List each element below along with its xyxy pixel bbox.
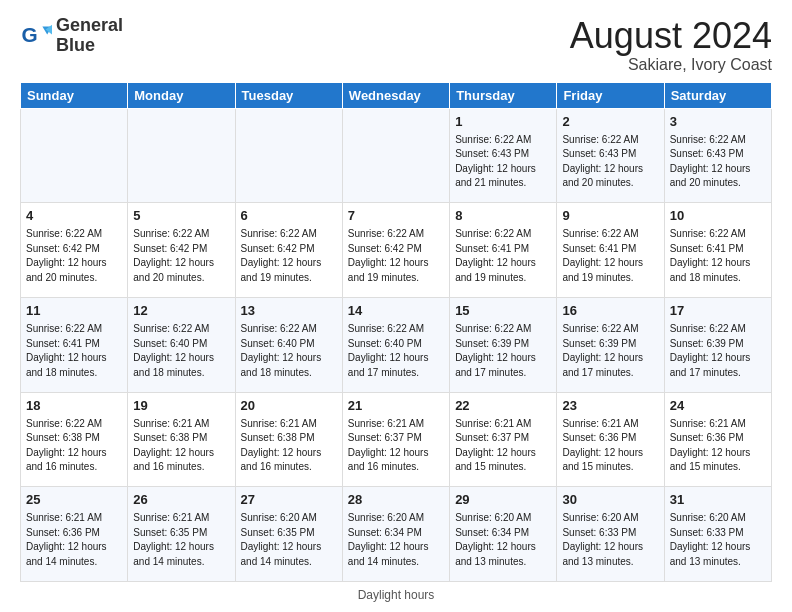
day-cell-25: 25Sunrise: 6:21 AM Sunset: 6:36 PM Dayli… <box>21 487 128 582</box>
header-friday: Friday <box>557 82 664 108</box>
day-cell-empty-3 <box>342 108 449 203</box>
day-cell-8: 8Sunrise: 6:22 AM Sunset: 6:41 PM Daylig… <box>450 203 557 298</box>
day-info: Sunrise: 6:22 AM Sunset: 6:42 PM Dayligh… <box>241 227 337 285</box>
week-row-2: 4Sunrise: 6:22 AM Sunset: 6:42 PM Daylig… <box>21 203 772 298</box>
calendar-subtitle: Sakiare, Ivory Coast <box>570 56 772 74</box>
day-number: 22 <box>455 397 551 415</box>
day-cell-10: 10Sunrise: 6:22 AM Sunset: 6:41 PM Dayli… <box>664 203 771 298</box>
day-info: Sunrise: 6:22 AM Sunset: 6:42 PM Dayligh… <box>26 227 122 285</box>
header-saturday: Saturday <box>664 82 771 108</box>
week-row-5: 25Sunrise: 6:21 AM Sunset: 6:36 PM Dayli… <box>21 487 772 582</box>
day-info: Sunrise: 6:22 AM Sunset: 6:42 PM Dayligh… <box>348 227 444 285</box>
logo-line1: General <box>56 16 123 36</box>
day-cell-7: 7Sunrise: 6:22 AM Sunset: 6:42 PM Daylig… <box>342 203 449 298</box>
day-number: 3 <box>670 113 766 131</box>
day-info: Sunrise: 6:20 AM Sunset: 6:34 PM Dayligh… <box>455 511 551 569</box>
day-number: 28 <box>348 491 444 509</box>
day-info: Sunrise: 6:22 AM Sunset: 6:43 PM Dayligh… <box>455 133 551 191</box>
day-cell-13: 13Sunrise: 6:22 AM Sunset: 6:40 PM Dayli… <box>235 297 342 392</box>
day-cell-14: 14Sunrise: 6:22 AM Sunset: 6:40 PM Dayli… <box>342 297 449 392</box>
header-tuesday: Tuesday <box>235 82 342 108</box>
header-thursday: Thursday <box>450 82 557 108</box>
day-number: 21 <box>348 397 444 415</box>
day-info: Sunrise: 6:21 AM Sunset: 6:37 PM Dayligh… <box>348 417 444 475</box>
day-info: Sunrise: 6:22 AM Sunset: 6:40 PM Dayligh… <box>348 322 444 380</box>
day-cell-27: 27Sunrise: 6:20 AM Sunset: 6:35 PM Dayli… <box>235 487 342 582</box>
day-number: 1 <box>455 113 551 131</box>
header-wednesday: Wednesday <box>342 82 449 108</box>
day-cell-18: 18Sunrise: 6:22 AM Sunset: 6:38 PM Dayli… <box>21 392 128 487</box>
day-cell-11: 11Sunrise: 6:22 AM Sunset: 6:41 PM Dayli… <box>21 297 128 392</box>
day-info: Sunrise: 6:21 AM Sunset: 6:37 PM Dayligh… <box>455 417 551 475</box>
logo: G General Blue <box>20 16 123 56</box>
day-info: Sunrise: 6:22 AM Sunset: 6:41 PM Dayligh… <box>455 227 551 285</box>
title-block: August 2024 Sakiare, Ivory Coast <box>570 16 772 74</box>
day-info: Sunrise: 6:22 AM Sunset: 6:41 PM Dayligh… <box>562 227 658 285</box>
day-info: Sunrise: 6:22 AM Sunset: 6:40 PM Dayligh… <box>241 322 337 380</box>
week-row-3: 11Sunrise: 6:22 AM Sunset: 6:41 PM Dayli… <box>21 297 772 392</box>
day-info: Sunrise: 6:22 AM Sunset: 6:41 PM Dayligh… <box>670 227 766 285</box>
day-cell-empty-2 <box>235 108 342 203</box>
day-number: 10 <box>670 207 766 225</box>
day-number: 29 <box>455 491 551 509</box>
day-number: 2 <box>562 113 658 131</box>
day-cell-16: 16Sunrise: 6:22 AM Sunset: 6:39 PM Dayli… <box>557 297 664 392</box>
day-info: Sunrise: 6:20 AM Sunset: 6:33 PM Dayligh… <box>562 511 658 569</box>
day-number: 14 <box>348 302 444 320</box>
day-cell-31: 31Sunrise: 6:20 AM Sunset: 6:33 PM Dayli… <box>664 487 771 582</box>
day-cell-22: 22Sunrise: 6:21 AM Sunset: 6:37 PM Dayli… <box>450 392 557 487</box>
day-number: 4 <box>26 207 122 225</box>
day-info: Sunrise: 6:22 AM Sunset: 6:43 PM Dayligh… <box>562 133 658 191</box>
day-info: Sunrise: 6:22 AM Sunset: 6:40 PM Dayligh… <box>133 322 229 380</box>
svg-text:G: G <box>22 23 38 46</box>
day-cell-2: 2Sunrise: 6:22 AM Sunset: 6:43 PM Daylig… <box>557 108 664 203</box>
day-info: Sunrise: 6:22 AM Sunset: 6:42 PM Dayligh… <box>133 227 229 285</box>
day-info: Sunrise: 6:22 AM Sunset: 6:39 PM Dayligh… <box>670 322 766 380</box>
day-cell-4: 4Sunrise: 6:22 AM Sunset: 6:42 PM Daylig… <box>21 203 128 298</box>
day-cell-15: 15Sunrise: 6:22 AM Sunset: 6:39 PM Dayli… <box>450 297 557 392</box>
page-header: G General Blue August 2024 Sakiare, Ivor… <box>20 16 772 74</box>
day-info: Sunrise: 6:22 AM Sunset: 6:39 PM Dayligh… <box>455 322 551 380</box>
logo-icon: G <box>20 20 52 52</box>
day-number: 23 <box>562 397 658 415</box>
day-info: Sunrise: 6:22 AM Sunset: 6:39 PM Dayligh… <box>562 322 658 380</box>
day-cell-12: 12Sunrise: 6:22 AM Sunset: 6:40 PM Dayli… <box>128 297 235 392</box>
day-number: 7 <box>348 207 444 225</box>
day-number: 18 <box>26 397 122 415</box>
day-cell-3: 3Sunrise: 6:22 AM Sunset: 6:43 PM Daylig… <box>664 108 771 203</box>
day-number: 16 <box>562 302 658 320</box>
day-number: 5 <box>133 207 229 225</box>
day-number: 17 <box>670 302 766 320</box>
day-number: 12 <box>133 302 229 320</box>
day-cell-28: 28Sunrise: 6:20 AM Sunset: 6:34 PM Dayli… <box>342 487 449 582</box>
day-number: 30 <box>562 491 658 509</box>
day-cell-21: 21Sunrise: 6:21 AM Sunset: 6:37 PM Dayli… <box>342 392 449 487</box>
day-number: 27 <box>241 491 337 509</box>
day-info: Sunrise: 6:21 AM Sunset: 6:36 PM Dayligh… <box>562 417 658 475</box>
day-cell-empty-0 <box>21 108 128 203</box>
day-cell-9: 9Sunrise: 6:22 AM Sunset: 6:41 PM Daylig… <box>557 203 664 298</box>
calendar-header-row: SundayMondayTuesdayWednesdayThursdayFrid… <box>21 82 772 108</box>
day-cell-29: 29Sunrise: 6:20 AM Sunset: 6:34 PM Dayli… <box>450 487 557 582</box>
day-cell-5: 5Sunrise: 6:22 AM Sunset: 6:42 PM Daylig… <box>128 203 235 298</box>
header-sunday: Sunday <box>21 82 128 108</box>
day-number: 26 <box>133 491 229 509</box>
week-row-4: 18Sunrise: 6:22 AM Sunset: 6:38 PM Dayli… <box>21 392 772 487</box>
day-cell-26: 26Sunrise: 6:21 AM Sunset: 6:35 PM Dayli… <box>128 487 235 582</box>
day-info: Sunrise: 6:21 AM Sunset: 6:35 PM Dayligh… <box>133 511 229 569</box>
day-number: 9 <box>562 207 658 225</box>
day-cell-19: 19Sunrise: 6:21 AM Sunset: 6:38 PM Dayli… <box>128 392 235 487</box>
day-cell-1: 1Sunrise: 6:22 AM Sunset: 6:43 PM Daylig… <box>450 108 557 203</box>
day-cell-empty-1 <box>128 108 235 203</box>
day-info: Sunrise: 6:21 AM Sunset: 6:38 PM Dayligh… <box>133 417 229 475</box>
day-cell-6: 6Sunrise: 6:22 AM Sunset: 6:42 PM Daylig… <box>235 203 342 298</box>
day-number: 8 <box>455 207 551 225</box>
calendar-table: SundayMondayTuesdayWednesdayThursdayFrid… <box>20 82 772 582</box>
day-number: 19 <box>133 397 229 415</box>
day-number: 25 <box>26 491 122 509</box>
day-number: 31 <box>670 491 766 509</box>
footer: Daylight hours <box>20 588 772 602</box>
day-info: Sunrise: 6:22 AM Sunset: 6:38 PM Dayligh… <box>26 417 122 475</box>
day-cell-30: 30Sunrise: 6:20 AM Sunset: 6:33 PM Dayli… <box>557 487 664 582</box>
day-cell-20: 20Sunrise: 6:21 AM Sunset: 6:38 PM Dayli… <box>235 392 342 487</box>
